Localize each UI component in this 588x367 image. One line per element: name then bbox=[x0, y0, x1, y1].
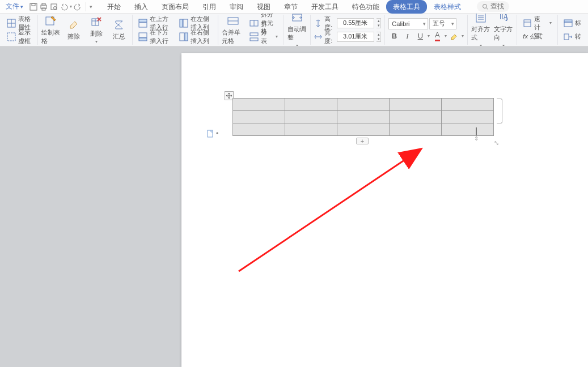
tab-references[interactable]: 引用 bbox=[196, 0, 223, 14]
formula-button[interactable]: fx 公式 bbox=[521, 31, 554, 43]
print-preview-icon[interactable] bbox=[49, 2, 58, 11]
table-cell[interactable] bbox=[442, 123, 494, 136]
italic-button[interactable]: I bbox=[401, 31, 413, 42]
font-family-value: Calibri bbox=[392, 20, 409, 27]
svg-rect-41 bbox=[524, 20, 531, 27]
tab-sections[interactable]: 章节 bbox=[277, 0, 304, 14]
svg-rect-23 bbox=[183, 19, 188, 27]
redo-icon[interactable] bbox=[73, 2, 82, 11]
tab-view[interactable]: 视图 bbox=[250, 0, 277, 14]
text-direction-label: 文字方向 bbox=[494, 25, 513, 42]
quick-calc-button[interactable]: 快速计算▾ bbox=[521, 17, 554, 29]
col-width-input[interactable] bbox=[337, 32, 374, 42]
highlight-button[interactable] bbox=[449, 31, 460, 42]
tab-developer[interactable]: 开发工具 bbox=[304, 0, 345, 14]
tab-insert[interactable]: 插入 bbox=[128, 0, 155, 14]
save-icon[interactable] bbox=[29, 2, 38, 11]
document-page[interactable]: ⇕ + ⤡ • bbox=[181, 53, 588, 367]
chevron-down-icon[interactable]: ▾ bbox=[428, 33, 430, 39]
group-autofit: 自动调整▾ bbox=[284, 15, 311, 45]
table-resize-handle[interactable]: ⤡ bbox=[494, 139, 500, 145]
width-label: 宽度: bbox=[324, 28, 334, 45]
svg-rect-31 bbox=[250, 33, 258, 36]
insert-row-below-button[interactable]: 在下方插入行 bbox=[136, 31, 174, 43]
insert-row-above-button[interactable]: 在上方插入行 bbox=[136, 17, 174, 29]
tab-table-tools[interactable]: 表格工具 bbox=[386, 0, 427, 14]
svg-rect-19 bbox=[139, 23, 147, 27]
split-table-button[interactable]: 拆分表格▾ bbox=[247, 31, 280, 43]
delete-button[interactable]: 删除▾ bbox=[87, 16, 106, 44]
merge-cells-label: 合并单元格 bbox=[222, 28, 244, 45]
merge-cells-button[interactable]: 合并单元格 bbox=[222, 15, 244, 45]
font-size-value: 五号 bbox=[433, 19, 445, 28]
document-table[interactable] bbox=[232, 98, 494, 136]
tab-review[interactable]: 审阅 bbox=[223, 0, 250, 14]
table-cell[interactable] bbox=[285, 99, 337, 111]
eraser-button[interactable]: 擦除 bbox=[64, 19, 83, 41]
height-spinner[interactable]: ▴▾ bbox=[377, 18, 382, 28]
table-cell[interactable] bbox=[337, 123, 390, 136]
eraser-icon bbox=[67, 19, 80, 31]
add-row-button[interactable]: + bbox=[356, 138, 369, 144]
bullet-icon: • bbox=[216, 130, 218, 138]
chevron-down-icon[interactable]: ▾ bbox=[462, 33, 464, 39]
tab-special[interactable]: 特色功能 bbox=[345, 0, 386, 14]
row-height-input[interactable] bbox=[337, 18, 374, 28]
qat-overflow-icon[interactable]: ▾ bbox=[90, 4, 92, 10]
undo-dropdown-icon[interactable]: ▾ bbox=[70, 4, 72, 9]
font-size-select[interactable]: 五号 bbox=[429, 18, 456, 29]
convert-button[interactable]: 转 bbox=[561, 31, 583, 43]
row-select-bracket[interactable] bbox=[497, 99, 502, 123]
show-gridlines-button[interactable]: 显示虚框 bbox=[5, 31, 34, 43]
paragraph-mark: • bbox=[207, 130, 218, 138]
summary-label: 汇总 bbox=[113, 32, 125, 41]
width-spinner[interactable]: ▴▾ bbox=[377, 32, 382, 42]
calc-icon bbox=[523, 19, 532, 28]
undo-icon[interactable] bbox=[60, 2, 69, 11]
table-cell[interactable] bbox=[285, 111, 337, 123]
print-icon[interactable] bbox=[39, 2, 48, 11]
chevron-down-icon[interactable]: ▾ bbox=[445, 33, 447, 39]
align-icon bbox=[475, 14, 487, 24]
convert-icon bbox=[564, 32, 573, 41]
underline-button[interactable]: U bbox=[414, 31, 426, 42]
file-menu[interactable]: 文件 ▾ bbox=[2, 2, 27, 11]
font-family-select[interactable]: Calibri bbox=[388, 18, 428, 29]
insert-col-right-button[interactable]: 在右侧插入列 bbox=[177, 31, 214, 43]
table-cell[interactable] bbox=[233, 123, 285, 136]
table-cell[interactable] bbox=[285, 123, 337, 136]
table-cell[interactable] bbox=[390, 99, 442, 111]
row-resize-icon[interactable]: ⇕ bbox=[474, 135, 479, 142]
table-cell[interactable] bbox=[442, 111, 494, 123]
search-box[interactable]: 查找 bbox=[477, 1, 509, 12]
group-size: 高度: ▴▾ 宽度: ▴▾ bbox=[311, 15, 385, 45]
tab-table-style[interactable]: 表格样式 bbox=[427, 0, 468, 14]
svg-rect-44 bbox=[564, 22, 572, 27]
bold-button[interactable]: B bbox=[388, 31, 400, 42]
table-cell[interactable] bbox=[390, 111, 442, 123]
alignment-button[interactable]: 对齐方式▾ bbox=[471, 14, 490, 46]
draw-table-button[interactable]: 绘制表格 bbox=[41, 15, 61, 45]
split-table-icon bbox=[249, 32, 259, 41]
table-cell[interactable] bbox=[442, 99, 494, 111]
chevron-down-icon: ▾ bbox=[549, 20, 552, 25]
autofit-button[interactable]: 自动调整▾ bbox=[287, 14, 307, 46]
chevron-down-icon: ▾ bbox=[276, 34, 278, 39]
font-color-button[interactable]: A bbox=[432, 31, 443, 42]
table-cell[interactable] bbox=[233, 99, 285, 111]
svg-point-7 bbox=[483, 4, 487, 8]
table-cell[interactable] bbox=[337, 111, 390, 123]
summary-button[interactable]: 汇总 bbox=[109, 19, 129, 41]
tab-layout[interactable]: 页面布局 bbox=[155, 0, 196, 14]
table-cell[interactable] bbox=[233, 111, 285, 123]
down-icon: ▾ bbox=[377, 23, 381, 28]
table-cell[interactable] bbox=[390, 123, 442, 136]
table-props-button[interactable]: 表格属性 bbox=[5, 17, 34, 29]
tab-home[interactable]: 开始 bbox=[100, 0, 128, 14]
insert-col-left-button[interactable]: 在左侧插入列 bbox=[177, 17, 214, 29]
svg-rect-3 bbox=[42, 3, 45, 5]
text-direction-button[interactable]: IIA文字方向▾ bbox=[494, 14, 513, 46]
col-right-icon bbox=[179, 32, 188, 41]
title-row-button[interactable]: 标 bbox=[561, 17, 583, 29]
table-cell[interactable] bbox=[337, 99, 390, 111]
